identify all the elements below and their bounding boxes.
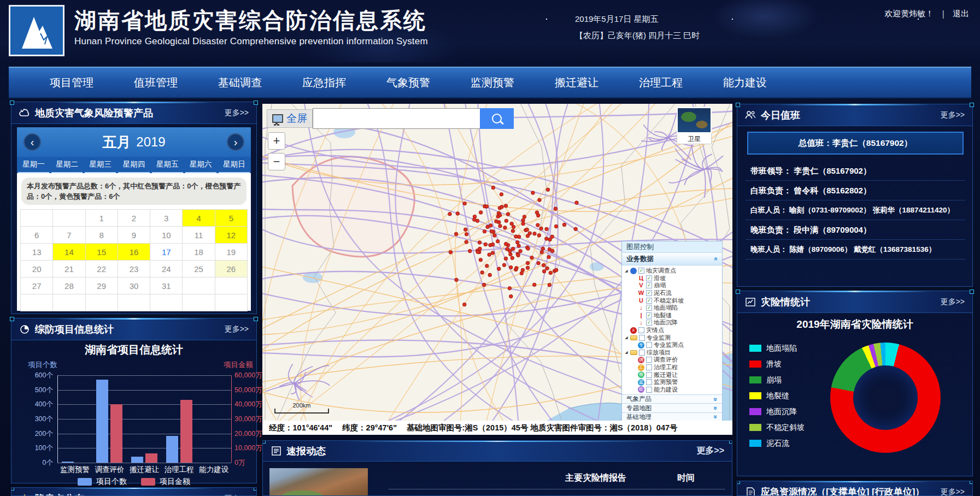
layer-tree-item-4[interactable]: U不稳定斜坡 xyxy=(624,297,722,304)
layer-checkbox[interactable] xyxy=(646,372,652,378)
chief-duty-box[interactable]: 总值班：李贵仁（85167902） xyxy=(747,132,964,155)
calendar-prev-button[interactable]: ‹ xyxy=(24,133,41,151)
map-canvas[interactable]: 全屏 + − 卫星 图层控制 业务数据 » ◢地灾调查点Ц滑坡V崩塌W泥石流U不… xyxy=(262,104,732,421)
calendar-day[interactable]: 22 xyxy=(86,261,118,277)
calendar-day[interactable]: 26 xyxy=(215,261,248,277)
calendar-day[interactable]: 7 xyxy=(53,227,85,244)
layer-checkbox[interactable] xyxy=(639,335,645,341)
nav-item-1[interactable]: 值班管理 xyxy=(114,68,198,97)
hidden-more-link[interactable]: 更多>> xyxy=(225,494,249,496)
layer-accordion-1[interactable]: 专题地图» xyxy=(622,403,722,412)
layer-tree-item-12[interactable]: 调调查评价 xyxy=(624,356,722,364)
calendar-day[interactable]: 30 xyxy=(118,277,150,294)
calendar-day[interactable]: 31 xyxy=(150,277,183,294)
layer-tree-item-1[interactable]: Ц滑坡 xyxy=(624,275,722,282)
layer-section-business[interactable]: 业务数据 » xyxy=(622,252,722,265)
layer-tree-item-15[interactable]: 监监测预警 xyxy=(624,379,722,386)
layer-accordion-2[interactable]: 基础地理» xyxy=(622,412,722,421)
calendar-day[interactable]: 17 xyxy=(150,244,183,261)
layer-checkbox[interactable] xyxy=(646,364,652,370)
calendar-day[interactable]: 4 xyxy=(183,210,215,227)
layer-tree-item-13[interactable]: 工治理工程 xyxy=(624,364,722,371)
calendar-day[interactable]: 29 xyxy=(86,277,118,294)
calendar-day[interactable]: 11 xyxy=(183,227,215,244)
satellite-toggle[interactable]: 卫星 xyxy=(677,107,712,144)
nav-item-5[interactable]: 监测预警 xyxy=(450,68,535,97)
layer-tree-item-3[interactable]: W泥石流 xyxy=(624,290,722,297)
duty-more-link[interactable]: 更多>> xyxy=(941,110,965,120)
layer-accordion-0[interactable]: 气象产品» xyxy=(622,394,722,403)
layer-checkbox[interactable] xyxy=(646,298,652,304)
calendar-day[interactable]: 15 xyxy=(86,244,118,261)
calendar-day[interactable]: 24 xyxy=(150,261,183,277)
calendar-day[interactable]: 28 xyxy=(53,277,85,294)
calendar-day[interactable]: 1 xyxy=(86,210,118,227)
layer-checkbox[interactable] xyxy=(638,327,644,333)
layer-tree-item-5[interactable]: ↓地面塌陷 xyxy=(624,304,722,312)
calendar-day[interactable]: 10 xyxy=(150,227,183,244)
calendar-day[interactable]: 16 xyxy=(118,244,150,261)
layer-checkbox[interactable] xyxy=(646,305,652,311)
layer-checkbox[interactable] xyxy=(646,275,652,281)
map-search-button[interactable] xyxy=(480,108,514,129)
layer-tree-item-16[interactable]: 能能力建设 xyxy=(624,386,722,394)
layer-tree-item-2[interactable]: V崩塌 xyxy=(624,282,722,290)
layer-checkbox[interactable] xyxy=(646,320,652,326)
layer-checkbox[interactable] xyxy=(646,312,652,318)
calendar-day[interactable]: 20 xyxy=(21,261,53,277)
warning-more-link[interactable]: 更多>> xyxy=(225,108,249,118)
layer-checkbox[interactable] xyxy=(646,387,652,393)
nav-item-7[interactable]: 治理工程 xyxy=(619,68,703,97)
layer-tree-item-14[interactable]: 搬搬迁避让 xyxy=(624,371,722,379)
calendar-day[interactable]: 25 xyxy=(183,261,215,277)
zoom-out-button[interactable]: − xyxy=(268,153,285,170)
layer-checkbox[interactable] xyxy=(646,342,652,348)
layer-checkbox[interactable] xyxy=(646,282,652,288)
calendar-day[interactable]: 23 xyxy=(118,261,150,277)
map-search-input[interactable] xyxy=(313,108,480,129)
layer-checkbox[interactable] xyxy=(646,357,652,363)
zoom-in-button[interactable]: + xyxy=(268,132,285,150)
calendar-day xyxy=(86,294,118,311)
bulletin-more-link[interactable]: 更多>> xyxy=(696,445,724,457)
calendar-day[interactable]: 27 xyxy=(21,277,53,294)
nav-item-2[interactable]: 基础调查 xyxy=(198,68,282,97)
calendar-day[interactable]: 8 xyxy=(86,227,118,244)
calendar-day[interactable]: 2 xyxy=(118,210,150,227)
layer-tree-item-7[interactable]: ↓地面沉降 xyxy=(624,319,722,327)
resource-more-link[interactable]: 更多>> xyxy=(941,487,965,496)
calendar-day[interactable]: 13 xyxy=(21,244,53,261)
calendar-day[interactable]: 12 xyxy=(215,227,248,244)
calendar-day[interactable]: 6 xyxy=(21,227,53,244)
nav-item-3[interactable]: 应急指挥 xyxy=(282,68,366,97)
panel-title: 隐患点分布 xyxy=(35,492,84,496)
calendar-day[interactable]: 21 xyxy=(53,261,85,277)
layer-checkbox[interactable] xyxy=(638,268,644,274)
calendar-day[interactable]: 14 xyxy=(53,244,85,261)
calendar-day[interactable]: 19 xyxy=(215,244,248,261)
nav-item-8[interactable]: 能力建设 xyxy=(703,68,787,97)
project-more-link[interactable]: 更多>> xyxy=(225,324,249,334)
calendar-day[interactable]: 18 xyxy=(183,244,215,261)
nav-item-6[interactable]: 搬迁避让 xyxy=(535,68,619,97)
layer-checkbox[interactable] xyxy=(646,379,652,385)
layer-checkbox[interactable] xyxy=(646,290,652,296)
layer-tree-item-9[interactable]: ◢专业监测 xyxy=(624,334,722,341)
calendar-day[interactable]: 5 xyxy=(215,210,248,227)
calendar-day[interactable]: 9 xyxy=(118,227,150,244)
layer-tree-item-8[interactable]: 灾灾情点 xyxy=(624,327,722,334)
layer-tree-item-11[interactable]: ◢综放项目 xyxy=(624,349,722,357)
disaster-more-link[interactable]: 更多>> xyxy=(941,297,965,307)
nav-item-0[interactable]: 项目管理 xyxy=(30,68,114,97)
calendar-day[interactable]: 3 xyxy=(150,210,183,227)
weekday-header: 星期二 xyxy=(51,157,83,173)
layer-checkbox[interactable] xyxy=(639,350,645,356)
nav-item-4[interactable]: 气象预警 xyxy=(366,68,450,97)
layer-tree-item-0[interactable]: ◢地灾调查点 xyxy=(624,267,722,275)
bulletin-photo[interactable] xyxy=(269,468,368,496)
logout-link[interactable]: 退出 xyxy=(953,9,969,19)
calendar-next-button[interactable]: › xyxy=(227,133,244,151)
fullscreen-button[interactable]: 全屏 xyxy=(267,109,313,128)
layer-tree-item-6[interactable]: |地裂缝 xyxy=(624,312,722,320)
layer-tree-item-10[interactable]: 专专业监测点 xyxy=(624,341,722,349)
